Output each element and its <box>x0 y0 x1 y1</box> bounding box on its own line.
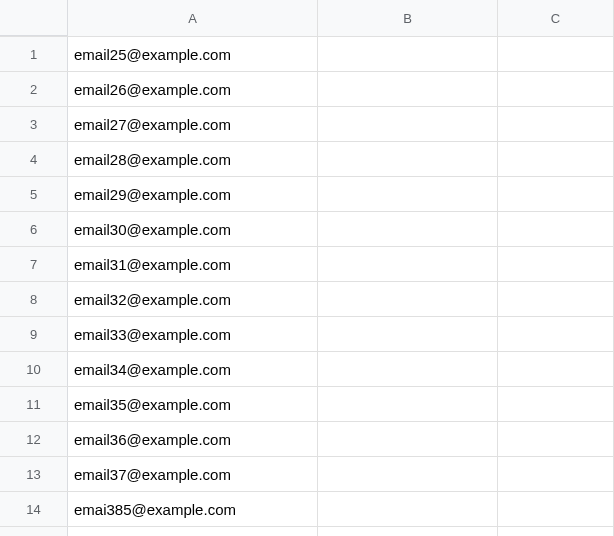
cell[interactable]: email29@example.com <box>68 177 318 211</box>
cell[interactable] <box>498 142 614 176</box>
table-row: 14 emai385@example.com <box>0 492 614 527</box>
cell[interactable] <box>498 492 614 526</box>
column-header-row: A B C <box>0 0 614 37</box>
cell[interactable] <box>318 37 498 71</box>
cell[interactable] <box>318 107 498 141</box>
table-row: 12 email36@example.com <box>0 422 614 457</box>
cell[interactable]: email31@example.com <box>68 247 318 281</box>
column-header-c[interactable]: C <box>498 0 614 36</box>
rows-container: 1 email25@example.com 2 email26@example.… <box>0 37 614 536</box>
cell[interactable]: emai385@example.com <box>68 492 318 526</box>
table-row: 7 email31@example.com <box>0 247 614 282</box>
row-header[interactable]: 7 <box>0 247 68 281</box>
cell[interactable]: email28@example.com <box>68 142 318 176</box>
table-row: 4 email28@example.com <box>0 142 614 177</box>
cell[interactable] <box>318 142 498 176</box>
cell[interactable] <box>498 422 614 456</box>
column-header-a[interactable]: A <box>68 0 318 36</box>
table-row: 13 email37@example.com <box>0 457 614 492</box>
cell[interactable] <box>318 212 498 246</box>
cell[interactable] <box>318 457 498 491</box>
select-all-corner[interactable] <box>0 0 68 36</box>
cell[interactable] <box>498 317 614 351</box>
cell[interactable] <box>498 282 614 316</box>
cell[interactable] <box>318 492 498 526</box>
cell[interactable] <box>498 177 614 211</box>
cell[interactable] <box>318 387 498 421</box>
row-header[interactable]: 5 <box>0 177 68 211</box>
row-header[interactable]: 2 <box>0 72 68 106</box>
column-header-b[interactable]: B <box>318 0 498 36</box>
table-row: 8 email32@example.com <box>0 282 614 317</box>
cell[interactable] <box>498 387 614 421</box>
table-row: 2 email26@example.com <box>0 72 614 107</box>
cell[interactable]: email35@example.com <box>68 387 318 421</box>
table-row: 9 email33@example.com <box>0 317 614 352</box>
row-header[interactable]: 4 <box>0 142 68 176</box>
row-header[interactable]: 8 <box>0 282 68 316</box>
cell[interactable] <box>498 212 614 246</box>
row-header[interactable]: 12 <box>0 422 68 456</box>
row-header[interactable]: 13 <box>0 457 68 491</box>
row-header[interactable]: 10 <box>0 352 68 386</box>
cell[interactable] <box>318 282 498 316</box>
table-row: 15 email39@example.com <box>0 527 614 536</box>
row-header[interactable]: 15 <box>0 527 68 536</box>
row-header[interactable]: 3 <box>0 107 68 141</box>
table-row: 6 email30@example.com <box>0 212 614 247</box>
cell[interactable]: email27@example.com <box>68 107 318 141</box>
cell[interactable]: email37@example.com <box>68 457 318 491</box>
cell[interactable]: email32@example.com <box>68 282 318 316</box>
row-header[interactable]: 14 <box>0 492 68 526</box>
cell[interactable] <box>318 352 498 386</box>
cell[interactable] <box>498 37 614 71</box>
table-row: 1 email25@example.com <box>0 37 614 72</box>
table-row: 10 email34@example.com <box>0 352 614 387</box>
cell[interactable] <box>498 247 614 281</box>
cell[interactable]: email26@example.com <box>68 72 318 106</box>
cell[interactable]: email33@example.com <box>68 317 318 351</box>
cell[interactable] <box>498 527 614 536</box>
row-header[interactable]: 11 <box>0 387 68 421</box>
row-header[interactable]: 6 <box>0 212 68 246</box>
table-row: 3 email27@example.com <box>0 107 614 142</box>
table-row: 5 email29@example.com <box>0 177 614 212</box>
cell[interactable] <box>498 457 614 491</box>
spreadsheet: A B C 1 email25@example.com 2 email26@ex… <box>0 0 614 536</box>
row-header[interactable]: 1 <box>0 37 68 71</box>
cell[interactable]: email36@example.com <box>68 422 318 456</box>
cell[interactable] <box>498 352 614 386</box>
cell[interactable] <box>318 247 498 281</box>
cell[interactable] <box>318 527 498 536</box>
row-header[interactable]: 9 <box>0 317 68 351</box>
cell[interactable]: email30@example.com <box>68 212 318 246</box>
cell[interactable]: email34@example.com <box>68 352 318 386</box>
cell[interactable] <box>318 422 498 456</box>
table-row: 11 email35@example.com <box>0 387 614 422</box>
cell[interactable] <box>318 72 498 106</box>
cell[interactable] <box>498 107 614 141</box>
cell[interactable] <box>498 72 614 106</box>
cell[interactable]: email39@example.com <box>68 527 318 536</box>
cell[interactable] <box>318 317 498 351</box>
cell[interactable]: email25@example.com <box>68 37 318 71</box>
cell[interactable] <box>318 177 498 211</box>
